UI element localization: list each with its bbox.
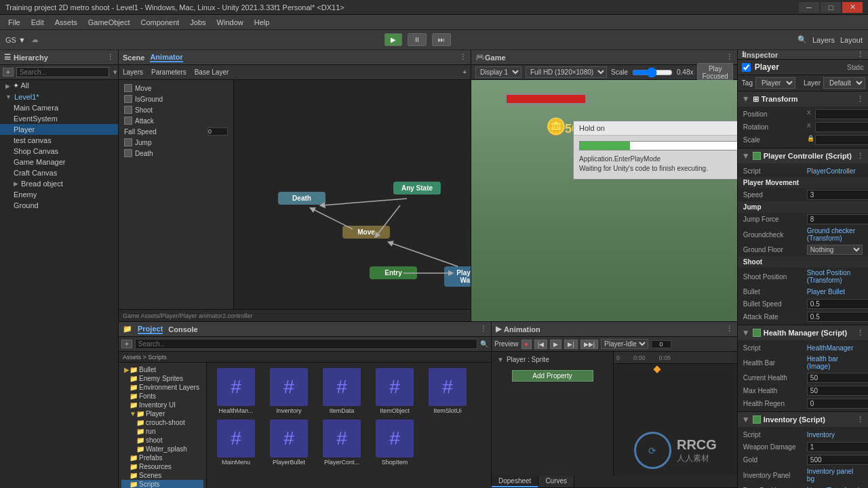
tree-item-bullet[interactable]: ▶📁 Bullet (121, 365, 203, 374)
health-regen-value[interactable]: 0 (807, 399, 868, 409)
asset-shopitem[interactable]: # ShopItem (371, 420, 418, 466)
curves-tab[interactable]: Curves (538, 476, 574, 487)
transform-options[interactable]: ⋮ (856, 95, 864, 104)
param-attack2-checkbox[interactable] (124, 117, 132, 125)
clip-select[interactable]: Player-Idle (601, 339, 648, 349)
tree-item-shoot[interactable]: 📁 shoot (121, 436, 203, 445)
comp-options[interactable]: ⋮ (856, 415, 864, 424)
hierarchy-item-level1[interactable]: ▼ Level1* (0, 92, 118, 102)
add-property-button[interactable]: Add Property (512, 370, 593, 382)
jump-force-value[interactable]: 8 (807, 214, 868, 224)
asset-itemslotui[interactable]: # ItemSlotUi (424, 368, 471, 414)
hierarchy-item-shopcanvas[interactable]: Shop Canvas (0, 146, 118, 157)
maximize-button[interactable]: □ (821, 2, 841, 13)
param-jump-checkbox[interactable] (124, 138, 132, 146)
weapon-damage-value[interactable]: 1 (807, 442, 868, 452)
play-button[interactable]: ▶ (384, 33, 402, 46)
last-frame-button[interactable]: ▶▶| (580, 340, 598, 349)
hierarchy-item-player[interactable]: Player (0, 124, 118, 135)
scale-x[interactable] (815, 135, 868, 145)
animator-options[interactable]: ⋮ (459, 53, 467, 62)
hierarchy-item-enemy[interactable]: Enemy (0, 189, 118, 200)
menu-help[interactable]: Help (249, 17, 275, 28)
comp-options[interactable]: ⋮ (856, 329, 864, 338)
param-fallspeed-input[interactable] (208, 127, 228, 136)
anim-options[interactable]: ⋮ (726, 325, 733, 333)
asset-healthmanager[interactable]: # HealthMan... (212, 368, 260, 414)
track-player-sprite[interactable]: ▼ Player : Sprite (494, 354, 610, 365)
groundcheck-value[interactable]: Ground checker (Transform) (807, 227, 863, 242)
node-anystate[interactable]: Any State (393, 182, 441, 195)
asset-mainmenu[interactable]: # MainMenu (212, 420, 260, 466)
gold-value[interactable]: 500 (807, 455, 868, 465)
animator-tab[interactable]: Animator (150, 53, 182, 62)
project-tab[interactable]: Project (138, 325, 163, 334)
play-focused-button[interactable]: Play Focused (697, 63, 732, 82)
param-death-checkbox[interactable] (124, 149, 132, 157)
speed-value[interactable]: 3 (807, 190, 868, 200)
project-add-button[interactable]: + (121, 340, 132, 348)
health-manager-header[interactable]: ▼ Health Manager (Script) ⋮ (738, 325, 868, 340)
game-options[interactable]: ⋮ (726, 53, 733, 62)
ground-floor-select[interactable]: Nothing (807, 245, 863, 255)
hm-script-value[interactable]: HealthManager (807, 344, 853, 352)
tree-item-scripts[interactable]: 📁 Scripts (121, 480, 203, 488)
inspector-options[interactable]: ⋮ (856, 50, 864, 59)
resolution-select[interactable]: Full HD (1920×1080) (526, 66, 607, 78)
node-entry[interactable]: Entry (370, 266, 417, 279)
step-button[interactable]: ⏭ (432, 33, 451, 46)
baselayer-tab[interactable]: Base Layer (195, 68, 229, 76)
tree-item-fonts[interactable]: 📁 Fonts (121, 392, 203, 401)
current-health-value[interactable]: 50 (807, 373, 868, 383)
tree-item-crouchshoot[interactable]: 📁 crouch-shoot (121, 418, 203, 427)
health-bar-value[interactable]: Health bar (Image) (807, 355, 863, 370)
asset-playercont[interactable]: # PlayerCont... (318, 420, 366, 466)
animator-graph[interactable]: Death Any State Entry Player-Walk Move (234, 80, 471, 309)
tree-item-scenes[interactable]: 📁 Scenes (121, 471, 203, 480)
next-frame-button[interactable]: ▶| (564, 340, 577, 349)
shoot-position-value[interactable]: Shoot Position (Transform) (807, 269, 863, 284)
position-x[interactable]: -1.52 (815, 109, 868, 119)
node-death[interactable]: Death (278, 192, 326, 205)
hierarchy-item-craftcanvas[interactable]: Craft Canvas (0, 167, 118, 178)
menu-window[interactable]: Window (212, 17, 249, 28)
tree-item-prefabs[interactable]: 📁 Prefabs (121, 453, 203, 462)
inventory-header[interactable]: ▼ Inventory (Script) ⋮ (738, 412, 868, 427)
param-isground-checkbox[interactable] (124, 95, 132, 103)
menu-component[interactable]: Component (135, 17, 184, 28)
hierarchy-add-button[interactable]: + (3, 68, 14, 77)
layers-tab[interactable]: Layers (123, 68, 143, 76)
tree-item-enemysprites[interactable]: 📁 Enemy Sprites (121, 374, 203, 383)
project-search[interactable] (135, 339, 477, 349)
pause-button[interactable]: ⏸ (408, 33, 427, 46)
menu-file[interactable]: File (3, 17, 26, 28)
rotation-x[interactable] (815, 122, 868, 132)
comp-options[interactable]: ⋮ (856, 152, 864, 161)
tree-item-inventoryui[interactable]: 📁 Inventory UI (121, 401, 203, 409)
param-move-checkbox[interactable] (124, 84, 132, 92)
hierarchy-search[interactable] (16, 67, 109, 77)
close-button[interactable]: ✕ (842, 2, 863, 13)
hierarchy-item-maincamera[interactable]: Main Camera (0, 102, 118, 113)
hierarchy-item-testcanvas[interactable]: test canvas (0, 135, 118, 146)
hierarchy-item-all[interactable]: ▶ ✦ All (0, 80, 118, 92)
hierarchy-item-eventsystem[interactable]: EventSystem (0, 113, 118, 124)
dopesheet-tab[interactable]: Dopesheet (492, 476, 538, 487)
comp-checkbox[interactable] (753, 415, 761, 424)
asset-itemdata[interactable]: # ItemData (318, 368, 366, 414)
hierarchy-item-breadobject[interactable]: ▶ Bread object (0, 178, 118, 189)
comp-checkbox[interactable] (753, 329, 761, 337)
tree-item-run[interactable]: 📁 run (121, 427, 203, 436)
inv-script-value[interactable]: Inventory (807, 431, 835, 439)
tree-item-envlayers[interactable]: 📁 Environment Layers (121, 383, 203, 392)
node-walk[interactable]: Player-Walk (444, 266, 471, 287)
asset-playerbullet[interactable]: # PlayerBullet (265, 420, 313, 466)
tree-item-watersplash[interactable]: 📁 Water_splash (121, 445, 203, 453)
project-options[interactable]: ⋮ (479, 325, 487, 333)
tree-item-player[interactable]: ▼📁 Player (121, 409, 203, 418)
layer-select[interactable]: Default (823, 77, 865, 89)
menu-edit[interactable]: Edit (26, 17, 50, 28)
tag-select[interactable]: Player (755, 77, 795, 89)
menu-gameobject[interactable]: GameObject (83, 17, 136, 28)
attack-rate-value[interactable]: 0.5 (807, 312, 868, 322)
